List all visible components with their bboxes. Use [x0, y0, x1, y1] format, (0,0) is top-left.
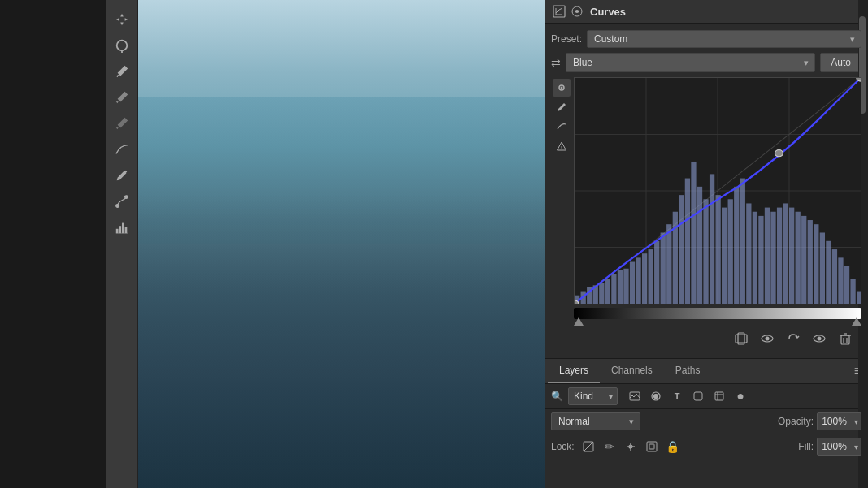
tool-path[interactable] — [110, 190, 134, 213]
curves-slider-handle-left[interactable] — [574, 317, 584, 326]
svg-point-0 — [116, 41, 127, 51]
tool-eyedropper-3[interactable] — [110, 112, 134, 135]
svg-point-2 — [115, 205, 119, 208]
curves-slider-handle-right[interactable] — [852, 317, 861, 326]
canvas-image — [106, 0, 545, 488]
tool-eyedropper-2[interactable] — [110, 86, 134, 109]
lock-icon-position[interactable] — [622, 438, 640, 456]
right-panel: Curves Preset: Custom Default Strong Con… — [545, 0, 868, 488]
svg-rect-28 — [605, 279, 610, 304]
kind-icon-circle[interactable]: ● — [731, 387, 749, 405]
opacity-value-wrap[interactable] — [817, 412, 861, 430]
channel-select[interactable]: Blue RGB Red Green — [566, 53, 815, 72]
fill-value-wrap[interactable] — [817, 438, 861, 456]
action-delete-icon[interactable] — [835, 329, 855, 348]
kind-icon-image[interactable] — [626, 387, 644, 405]
search-icon-small: 🔍 — [551, 391, 563, 402]
svg-rect-87 — [694, 392, 702, 400]
svg-point-71 — [775, 150, 783, 157]
action-eye-icon-2[interactable] — [809, 329, 829, 348]
canvas-dark-area — [0, 0, 106, 488]
fill-input[interactable] — [817, 438, 861, 456]
svg-rect-41 — [685, 179, 690, 304]
svg-rect-62 — [814, 224, 818, 304]
tool-pencil[interactable] — [110, 164, 134, 187]
svg-rect-48 — [728, 199, 733, 304]
svg-point-13 — [561, 87, 563, 89]
opacity-input[interactable] — [817, 412, 861, 430]
svg-rect-42 — [691, 162, 696, 304]
svg-rect-53 — [758, 216, 763, 304]
svg-rect-32 — [630, 262, 635, 304]
svg-rect-31 — [623, 269, 628, 304]
tool-histogram[interactable] — [110, 216, 134, 239]
svg-rect-30 — [618, 270, 623, 304]
kind-icon-adjustment[interactable] — [647, 387, 665, 405]
lock-label: Lock: — [551, 441, 575, 452]
channel-row: ⇄ Blue RGB Red Green Auto — [551, 53, 861, 72]
svg-point-3 — [124, 196, 128, 199]
kind-icon-type[interactable]: T — [668, 387, 686, 405]
fill-group: Fill: — [798, 438, 861, 456]
auto-button[interactable]: Auto — [820, 53, 861, 72]
curves-content: Preset: Custom Default Strong Contrast L… — [545, 24, 868, 358]
kind-select-wrapper[interactable]: Kind Name Effect Mode — [568, 387, 618, 405]
lock-icons: ✏ 🔒 — [579, 438, 682, 456]
blend-row: Normal Dissolve Darken Multiply Color Bu… — [545, 409, 868, 434]
kind-icon-smart[interactable] — [710, 387, 728, 405]
svg-rect-36 — [654, 241, 659, 304]
preset-dropdown-wrapper[interactable]: Custom Default Strong Contrast Linear Co… — [587, 30, 861, 48]
lock-icon-image[interactable]: ✏ — [601, 438, 618, 456]
svg-rect-4 — [115, 229, 118, 233]
opacity-group: Opacity: — [778, 412, 861, 430]
curves-graph[interactable] — [574, 77, 861, 304]
curve-tool-pencil[interactable] — [553, 98, 571, 116]
svg-rect-45 — [710, 174, 714, 304]
action-mask-icon[interactable] — [731, 329, 751, 348]
channel-arrow-icon: ⇄ — [551, 56, 561, 69]
svg-rect-60 — [801, 216, 806, 304]
curve-tool-smooth[interactable] — [553, 118, 571, 136]
svg-rect-63 — [820, 232, 825, 304]
kind-icon-shape[interactable] — [689, 387, 707, 405]
svg-rect-33 — [636, 257, 640, 304]
svg-rect-57 — [783, 203, 788, 304]
blend-select-wrapper[interactable]: Normal Dissolve Darken Multiply Color Bu… — [551, 412, 640, 430]
lock-row: Lock: ✏ — [545, 434, 868, 459]
curves-gradient-slider[interactable] — [574, 308, 861, 319]
lock-icon-transparent[interactable] — [579, 438, 597, 456]
action-refresh-icon[interactable] — [783, 329, 803, 348]
action-eye-icon-1[interactable] — [757, 329, 777, 348]
svg-rect-51 — [746, 203, 751, 304]
tab-paths[interactable]: Paths — [664, 359, 712, 383]
preset-select[interactable]: Custom Default Strong Contrast Linear Co… — [587, 30, 861, 48]
tool-lasso[interactable] — [110, 34, 134, 57]
tab-layers[interactable]: Layers — [548, 359, 600, 383]
curve-tool-point[interactable] — [553, 79, 571, 97]
svg-rect-49 — [734, 187, 739, 304]
lock-icon-artboard[interactable] — [643, 438, 661, 456]
svg-rect-29 — [611, 274, 616, 304]
opacity-label: Opacity: — [778, 416, 814, 427]
svg-rect-55 — [770, 212, 775, 304]
tool-curve[interactable] — [110, 138, 134, 161]
kind-select[interactable]: Kind Name Effect Mode — [568, 387, 618, 405]
curves-side-tools: ! — [551, 77, 572, 157]
svg-rect-65 — [832, 249, 837, 304]
svg-point-86 — [654, 395, 658, 399]
curves-slider-area — [574, 308, 861, 326]
svg-rect-69 — [857, 292, 861, 304]
svg-rect-64 — [826, 241, 831, 304]
lock-icon-all[interactable]: 🔒 — [664, 438, 682, 456]
tab-channels[interactable]: Channels — [600, 359, 664, 383]
svg-rect-73 — [736, 335, 747, 343]
svg-rect-5 — [119, 226, 121, 233]
tool-arrow[interactable] — [110, 8, 134, 31]
svg-point-76 — [766, 337, 770, 341]
blend-mode-select[interactable]: Normal Dissolve Darken Multiply Color Bu… — [551, 412, 640, 430]
svg-rect-79 — [841, 335, 849, 344]
tool-eyedropper-1[interactable] — [110, 60, 134, 83]
svg-rect-40 — [679, 195, 684, 304]
channel-select-wrapper[interactable]: Blue RGB Red Green — [566, 53, 815, 72]
svg-rect-47 — [722, 208, 727, 304]
